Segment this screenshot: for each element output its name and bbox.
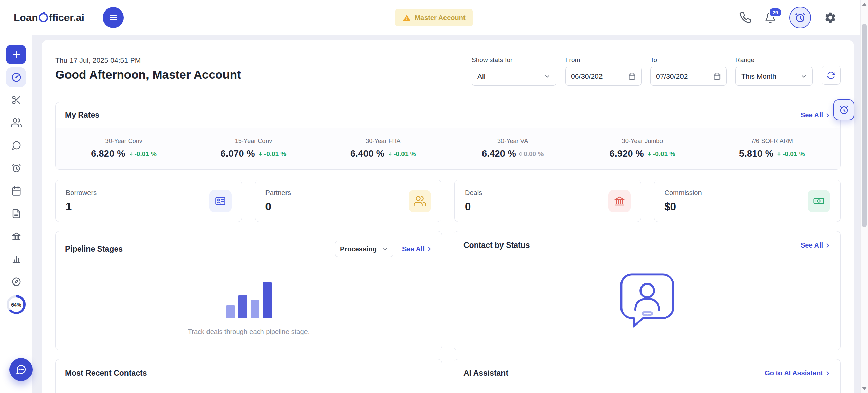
progress-label: 64%: [9, 297, 23, 312]
show-stats-select[interactable]: All: [472, 67, 556, 86]
from-label: From: [565, 56, 642, 64]
see-all-label: See All: [801, 241, 823, 249]
stat-label: Partners: [265, 189, 291, 197]
pipeline-see-all-link[interactable]: See All: [402, 245, 432, 253]
my-rates-see-all-link[interactable]: See All: [801, 111, 831, 119]
sidebar-item-support[interactable]: [6, 272, 26, 292]
bar: [251, 300, 259, 318]
scrollbar[interactable]: [860, 0, 868, 393]
notification-count-badge: 29: [769, 7, 782, 17]
rate-change: -0.01 %: [776, 150, 805, 158]
show-stats-label: Show stats for: [472, 56, 556, 64]
sidebar-item-reminders[interactable]: [6, 158, 26, 178]
chat-fab-button[interactable]: [9, 358, 33, 381]
sidebar-item-contacts[interactable]: [6, 113, 26, 133]
bar: [238, 295, 247, 318]
current-datetime: Thu 17 Jul, 2025 04:51 PM: [55, 56, 241, 64]
compass-icon: [11, 277, 21, 287]
sidebar-item-messages[interactable]: [6, 136, 26, 155]
notifications-button[interactable]: 29: [764, 12, 776, 24]
app-logo[interactable]: Loanfficer.ai: [14, 12, 84, 23]
stat-card-borrowers[interactable]: Borrowers 1: [55, 180, 242, 222]
phone-button[interactable]: [739, 12, 751, 24]
stat-label: Borrowers: [66, 189, 97, 197]
menu-button[interactable]: [103, 7, 124, 28]
sidebar-item-calendar[interactable]: [6, 181, 26, 201]
ai-assistant-link-label: Go to AI Assistant: [765, 369, 823, 377]
stat-label: Commission: [665, 189, 702, 197]
deals-icon: [608, 190, 631, 212]
range-value: This Month: [741, 72, 776, 80]
stat-card-commission[interactable]: Commission $0: [654, 180, 841, 222]
dashboard-icon: [11, 72, 22, 83]
pipeline-empty-text: Track deals through each pipeline stage.: [188, 328, 310, 336]
scroll-up-arrow[interactable]: [862, 3, 867, 6]
stat-value: $0: [665, 201, 702, 213]
sidebar-item-pipelines[interactable]: [6, 90, 26, 110]
arrow-down-icon: [776, 151, 782, 156]
pipeline-stage-value: Processing: [340, 245, 377, 253]
go-to-ai-assistant-link[interactable]: Go to AI Assistant: [765, 369, 831, 377]
rate-item: 15-Year Conv 6.070 % -0.01 %: [189, 138, 318, 159]
logo-text-pre: Loan: [14, 12, 38, 23]
rate-change: -0.01 %: [258, 150, 286, 158]
pipeline-stages-card: Pipeline Stages Processing See All: [55, 231, 442, 350]
alarm-icon: [11, 163, 21, 173]
arrow-down-icon: [388, 151, 393, 156]
my-rates-title: My Rates: [65, 111, 99, 120]
document-icon: [11, 209, 21, 219]
scrollbar-thumb[interactable]: [862, 24, 867, 227]
stat-value: 0: [265, 201, 291, 213]
sidebar-item-dashboard[interactable]: [6, 67, 26, 87]
refresh-button[interactable]: [822, 66, 841, 85]
master-account-badge[interactable]: Master Account: [395, 9, 473, 26]
dashboard-panel: Thu 17 Jul, 2025 04:51 PM Good Afternoon…: [42, 40, 854, 393]
chevron-right-icon: [825, 112, 831, 118]
stat-card-partners[interactable]: Partners 0: [255, 180, 442, 222]
bank-icon: [11, 231, 21, 241]
contact-status-see-all-link[interactable]: See All: [801, 241, 831, 249]
arrow-down-icon: [258, 151, 263, 156]
rate-label: 30-Year FHA: [318, 138, 448, 145]
rate-value: 6.400 %: [350, 149, 384, 159]
timer-button[interactable]: [789, 7, 811, 28]
partners-icon: [409, 190, 431, 212]
sidebar-item-reports[interactable]: [6, 249, 26, 269]
pipeline-stage-select[interactable]: Processing: [335, 241, 393, 257]
sidebar-progress[interactable]: 64%: [6, 295, 26, 314]
stat-card-deals[interactable]: Deals 0: [454, 180, 641, 222]
scissors-icon: [11, 95, 21, 105]
ai-assistant-card: AI Assistant Go to AI Assistant: [454, 359, 841, 393]
calendar-icon[interactable]: [713, 73, 721, 80]
master-account-label: Master Account: [415, 14, 465, 22]
settings-button[interactable]: [824, 11, 837, 24]
sidebar-add-button[interactable]: [6, 45, 26, 64]
arrow-down-icon: [129, 151, 134, 156]
middle-row: Pipeline Stages Processing See All: [55, 231, 841, 350]
to-label: To: [650, 56, 727, 64]
to-date-input[interactable]: 07/30/202: [650, 67, 727, 86]
progress-ring: 64%: [7, 295, 26, 314]
recent-contacts-card: Most Recent Contacts: [55, 359, 442, 393]
chat-bubble-icon: [15, 364, 27, 375]
sidebar-item-documents[interactable]: [6, 204, 26, 223]
stat-value: 1: [66, 201, 97, 213]
chevron-right-icon: [426, 246, 432, 252]
rate-item: 7/6 SOFR ARM 5.810 % -0.01 %: [707, 138, 837, 159]
logo-o-icon: [39, 13, 48, 22]
scroll-down-arrow[interactable]: [862, 387, 867, 390]
refresh-icon: [827, 71, 835, 80]
from-date-input[interactable]: 06/30/202: [565, 67, 642, 86]
sidebar: 64%: [0, 35, 32, 393]
rate-label: 15-Year Conv: [189, 138, 318, 145]
logo-text-post: fficer.ai: [49, 12, 84, 23]
chevron-down-icon: [544, 73, 551, 80]
top-bar: Loanfficer.ai Master Account 29: [0, 0, 868, 35]
greeting-row: Thu 17 Jul, 2025 04:51 PM Good Afternoon…: [55, 56, 841, 86]
range-select[interactable]: This Month: [735, 67, 813, 86]
sidebar-item-lenders[interactable]: [6, 227, 26, 246]
floating-timer-button[interactable]: [833, 99, 854, 120]
person-pin-illustration: [614, 267, 680, 334]
rate-change: -0.01 %: [647, 150, 675, 158]
calendar-icon[interactable]: [628, 73, 636, 80]
